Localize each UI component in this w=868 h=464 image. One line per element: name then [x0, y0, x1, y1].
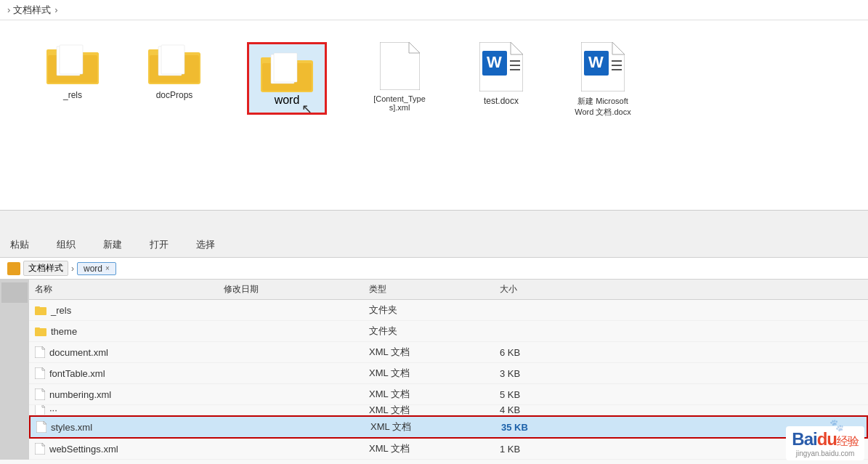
toolbar-open[interactable]: 打开 — [147, 237, 171, 253]
row-websettings-name: webSettings.xml — [29, 441, 218, 456]
breadcrumb-arrow: › — [7, 4, 10, 15]
icons-area: _rels docProps word — [0, 20, 868, 125]
file-small-icon — [36, 421, 46, 433]
row-styles-name: styles.xml — [31, 420, 219, 434]
file-new-docx-label: 新建 Microsoft Word 文档.docx — [574, 96, 632, 118]
file-test-docx-label: test.docx — [484, 96, 519, 106]
toolbar: 粘贴 组织 新建 打开 选择 — [0, 232, 868, 258]
file-small-icon — [35, 346, 45, 358]
svg-rect-32 — [35, 327, 40, 330]
svg-rect-30 — [35, 306, 40, 309]
file-small-icon — [35, 367, 45, 379]
row-theme-date — [218, 330, 363, 333]
file-new-docx[interactable]: W 新建 Microsoft Word 文档.docx — [574, 42, 632, 118]
file-small-icon — [35, 388, 45, 400]
table-row[interactable]: _rels 文件夹 — [29, 300, 868, 321]
svg-marker-34 — [35, 367, 45, 379]
row-numbering-name: numbering.xml — [29, 387, 218, 402]
file-content-types[interactable]: [Content_Types].xml — [370, 42, 429, 112]
row-theme-size — [494, 330, 567, 333]
row-theme-name: theme — [29, 325, 218, 338]
toolbar-new[interactable]: 新建 — [100, 237, 125, 253]
bottom-panel: 粘贴 组织 新建 打开 选择 文档样式 › word × 名称 修改日期 类型 — [0, 232, 868, 464]
folder-small-icon — [35, 326, 46, 336]
nav-root-label: 文档样式 — [28, 262, 63, 274]
table-row[interactable]: webSettings.xml XML 文档 1 KB — [29, 439, 868, 460]
folder-word-icon — [261, 50, 313, 94]
table-row[interactable]: theme 文件夹 — [29, 321, 868, 342]
file-small-icon — [35, 443, 45, 455]
col-header-name[interactable]: 名称 — [29, 282, 218, 297]
file-list-container: 名称 修改日期 类型 大小 _rels 文件夹 theme — [0, 280, 868, 460]
left-panel-box — [1, 282, 28, 303]
col-header-size: 大小 — [494, 282, 567, 297]
nav-word-label: word — [84, 264, 102, 274]
file-list: 名称 修改日期 类型 大小 _rels 文件夹 theme — [29, 280, 868, 460]
table-row[interactable]: document.xml XML 文档 6 KB — [29, 342, 868, 363]
nav-word-folder[interactable]: word × — [77, 262, 116, 275]
svg-marker-37 — [36, 421, 46, 433]
file-content-types-icon — [380, 42, 420, 90]
svg-rect-10 — [161, 45, 184, 74]
table-row[interactable]: ··· XML 文档 4 KB — [29, 405, 868, 415]
svg-marker-16 — [380, 42, 420, 90]
nav-word-close[interactable]: × — [105, 264, 110, 272]
file-list-header: 名称 修改日期 类型 大小 — [29, 280, 868, 300]
row-fonttable-name: fontTable.xml — [29, 366, 218, 380]
folder-docprops-label: docProps — [156, 90, 193, 100]
top-explorer: › 文档样式 › _rels — [0, 0, 868, 211]
svg-text:W: W — [588, 53, 604, 71]
folder-docprops-icon — [148, 42, 200, 86]
folder-rels-label: _rels — [63, 90, 82, 100]
col-header-date: 修改日期 — [218, 282, 363, 297]
left-panel — [0, 280, 29, 460]
row-rels-date — [218, 309, 363, 312]
svg-marker-35 — [35, 388, 45, 400]
row-rels-size — [494, 309, 567, 312]
baidu-sub: jingyan.baidu.com — [796, 449, 855, 457]
toolbar-paste[interactable]: 粘贴 — [7, 237, 32, 253]
svg-text:W: W — [487, 53, 502, 71]
file-test-docx[interactable]: W test.docx — [472, 42, 530, 106]
breadcrumb-item[interactable]: 文档样式 — [13, 4, 51, 17]
folder-small-icon — [35, 305, 46, 315]
file-test-docx-icon: W — [479, 42, 523, 91]
table-row[interactable]: fontTable.xml XML 文档 3 KB — [29, 363, 868, 384]
folder-rels-icon — [46, 42, 99, 86]
toolbar-organize[interactable]: 组织 — [54, 237, 78, 253]
baidu-watermark: Baidu经验 jingyan.baidu.com 🐾 — [786, 426, 864, 460]
col-header-type: 类型 — [363, 282, 494, 297]
toolbar-select[interactable]: 选择 — [193, 237, 218, 253]
breadcrumb-sep: › — [54, 4, 57, 15]
bottom-breadcrumb: 文档样式 › word × — [0, 258, 868, 280]
file-content-types-label: [Content_Types].xml — [370, 94, 429, 112]
row-theme-type: 文件夹 — [363, 323, 494, 339]
svg-rect-5 — [60, 45, 83, 74]
folder-rels[interactable]: _rels — [44, 42, 102, 100]
baidu-paw-icon: 🐾 — [830, 418, 859, 440]
folder-nav-icon — [7, 262, 20, 275]
folder-word-label: word — [275, 94, 300, 107]
folder-word-selected[interactable]: word ↖ — [247, 42, 327, 115]
svg-marker-38 — [35, 443, 45, 455]
svg-rect-15 — [274, 53, 297, 82]
folder-docprops[interactable]: docProps — [145, 42, 203, 100]
nav-root-folder[interactable]: 文档样式 — [23, 261, 68, 276]
file-small-icon — [35, 405, 45, 415]
table-row-styles-xml[interactable]: styles.xml XML 文档 35 KB — [29, 415, 868, 439]
nav-sep: › — [71, 264, 74, 274]
row-rels-type: 文件夹 — [363, 302, 494, 318]
svg-marker-33 — [35, 346, 45, 358]
table-row[interactable]: numbering.xml XML 文档 5 KB — [29, 384, 868, 405]
row-rels-name: _rels — [29, 304, 218, 317]
breadcrumb-bar: › 文档样式 › — [0, 0, 868, 20]
file-new-docx-icon: W — [581, 42, 625, 91]
row-document-name: document.xml — [29, 345, 218, 359]
